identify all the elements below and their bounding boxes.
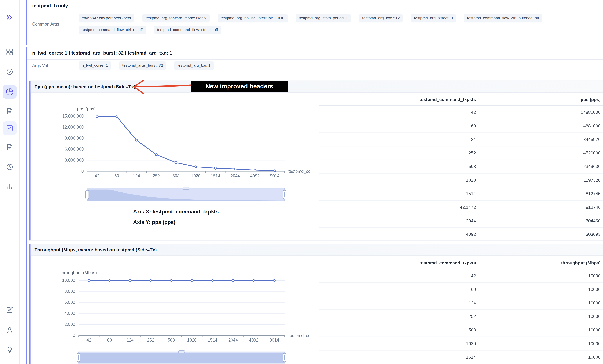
table-cell: 8445970 bbox=[480, 133, 603, 146]
table-row: 2524529000 bbox=[319, 146, 603, 160]
arg-chip: testpmd_arg_txq: 1 bbox=[174, 61, 214, 70]
table-cell: 42 bbox=[319, 106, 480, 119]
column-header: testpmd_command_txpkts bbox=[319, 94, 480, 105]
table-cell: 42 bbox=[319, 269, 480, 282]
args-val-chips: n_fwd_cores: 1testpmd_args_burst: 32test… bbox=[79, 61, 214, 70]
result-group-card: n_fwd_cores: 1 | testpmd_arg_burst: 32 |… bbox=[25, 47, 603, 364]
history-clock-icon[interactable] bbox=[3, 160, 17, 174]
arg-chip: n_fwd_cores: 1 bbox=[79, 61, 111, 70]
file-report-icon[interactable] bbox=[3, 104, 17, 118]
table-row: 25210000 bbox=[319, 310, 603, 323]
column-header: testpmd_command_txpkts bbox=[319, 257, 480, 269]
table-row: 2044604450 bbox=[319, 214, 603, 228]
table-cell: 10000 bbox=[480, 310, 603, 323]
bar-chart-icon[interactable] bbox=[3, 179, 17, 193]
table-header-row: testpmd_command_txpkts throughput (Mbps) bbox=[319, 257, 603, 269]
table-cell: 10000 bbox=[480, 323, 603, 337]
group-title[interactable]: n_fwd_cores: 1 | testpmd_arg_burst: 32 |… bbox=[32, 50, 172, 56]
table-cell: 252 bbox=[319, 146, 480, 160]
file-notes-icon[interactable] bbox=[3, 140, 17, 154]
throughput-table: testpmd_command_txpkts throughput (Mbps)… bbox=[319, 257, 603, 364]
arg-chip: testpmd_arg_txd: 512 bbox=[359, 14, 403, 23]
table-cell: 1514 bbox=[319, 187, 480, 200]
table-cell: 4529000 bbox=[480, 146, 603, 160]
throughput-chart-plot[interactable] bbox=[80, 281, 286, 336]
column-header: throughput (Mbps) bbox=[480, 257, 603, 269]
table-cell: 1197320 bbox=[480, 174, 603, 187]
table-cell: 60 bbox=[319, 119, 480, 133]
arg-chip: testpmd_command_flow_ctrl_rx: off bbox=[79, 25, 146, 34]
pps-table: testpmd_command_txpkts pps (pps) 4214881… bbox=[319, 94, 603, 240]
divider bbox=[27, 59, 603, 60]
arg-chip: testpmd_args_burst: 32 bbox=[119, 61, 166, 70]
table-cell: 4092 bbox=[319, 228, 480, 240]
table-cell: 508 bbox=[319, 323, 480, 337]
table-row: 1514812745 bbox=[319, 187, 603, 201]
pps-datazoom-slider[interactable] bbox=[88, 189, 286, 202]
table-row: 6010000 bbox=[319, 283, 603, 296]
table-row: 1248445970 bbox=[319, 133, 603, 146]
table-row: 4210000 bbox=[319, 269, 603, 283]
throughput-panel: Throughput (Mbps, mean): based on testpm… bbox=[29, 244, 603, 364]
app-window: testpmd_txonly Common Args env: VAR.env.… bbox=[0, 0, 603, 364]
arg-chip: testpmd_arg_stats_period: 1 bbox=[296, 14, 351, 23]
throughput-panel-header[interactable]: Throughput (Mbps, mean): based on testpm… bbox=[31, 244, 603, 256]
column-header: pps (pps) bbox=[480, 94, 603, 105]
pie-chart-icon[interactable] bbox=[3, 85, 17, 99]
table-cell: 14881000 bbox=[480, 106, 603, 119]
table-cell: 1020 bbox=[319, 174, 480, 187]
arg-chip: testpmd_command_flow_ctrl_autoneg: off bbox=[464, 14, 542, 23]
card-title[interactable]: testpmd_txonly bbox=[32, 3, 68, 9]
table-cell: 10000 bbox=[480, 269, 603, 282]
table-cell: 124 bbox=[319, 133, 480, 146]
table-cell: 1514 bbox=[319, 351, 480, 364]
table-cell: 812746 bbox=[480, 200, 603, 214]
axis-x-caption: Axis X: testpmd_command_txpkts bbox=[133, 209, 219, 215]
table-row: 10201197320 bbox=[319, 174, 603, 187]
args-val-row: Args Val n_fwd_cores: 1testpmd_args_burs… bbox=[32, 61, 597, 70]
pps-chart-plot[interactable] bbox=[88, 115, 286, 173]
table-row: 102010000 bbox=[319, 337, 603, 351]
pps-panel-header[interactable]: Pps (pps, mean): based on testpmd (Side=… bbox=[31, 81, 603, 93]
table-cell: 303693 bbox=[480, 228, 603, 240]
common-args-card: testpmd_txonly Common Args env: VAR.env.… bbox=[25, 0, 603, 45]
table-row: 5082349630 bbox=[319, 160, 603, 174]
table-cell: 60 bbox=[319, 283, 480, 296]
table-cell: 42,1472 bbox=[319, 200, 480, 214]
table-body: 4210000601000012410000252100005081000010… bbox=[319, 269, 603, 364]
table-row: 50810000 bbox=[319, 323, 603, 337]
axis-y-caption: Axis Y: pps (pps) bbox=[133, 219, 175, 225]
trend-chart-icon[interactable] bbox=[3, 121, 17, 135]
table-body: 4214881000601488100012484459702524529000… bbox=[319, 106, 603, 240]
table-row: 6014881000 bbox=[319, 119, 603, 133]
table-cell: 812745 bbox=[480, 187, 603, 200]
args-val-label: Args Val bbox=[32, 63, 79, 68]
table-row: 4092303693 bbox=[319, 228, 603, 240]
expand-sidebar-icon[interactable] bbox=[3, 11, 17, 24]
table-cell: 508 bbox=[319, 160, 480, 173]
dashboard-grid-icon[interactable] bbox=[3, 45, 17, 59]
table-cell: 252 bbox=[319, 310, 480, 323]
arg-chip: testpmd_arg_forward_mode: txonly bbox=[142, 14, 209, 23]
arg-chip: env: VAR.env.perf.peer2peer bbox=[79, 14, 134, 23]
table-row: 151410000 bbox=[319, 351, 603, 364]
table-cell: 2044 bbox=[319, 214, 480, 227]
common-args-chips: env: VAR.env.perf.peer2peertestpmd_arg_f… bbox=[79, 14, 594, 34]
table-row: 4214881000 bbox=[319, 106, 603, 119]
common-args-row: Common Args env: VAR.env.perf.peer2peert… bbox=[32, 14, 597, 34]
table-cell: 604450 bbox=[480, 214, 603, 227]
common-args-label: Common Args bbox=[32, 22, 79, 26]
table-row: 12410000 bbox=[319, 296, 603, 310]
table-cell: 10000 bbox=[480, 337, 603, 350]
table-cell: 10000 bbox=[480, 296, 603, 309]
user-profile-icon[interactable] bbox=[3, 323, 17, 337]
play-circle-icon[interactable] bbox=[3, 65, 17, 79]
lightbulb-icon[interactable] bbox=[3, 343, 17, 357]
table-cell: 124 bbox=[319, 296, 480, 309]
table-row: 42,1472812746 bbox=[319, 200, 603, 214]
table-header-row: testpmd_command_txpkts pps (pps) bbox=[319, 94, 603, 106]
arg-chip: testpmd_command_flow_ctrl_tx: off bbox=[154, 25, 221, 34]
edit-pencil-icon[interactable] bbox=[3, 303, 17, 317]
throughput-datazoom-slider[interactable] bbox=[80, 352, 286, 364]
table-cell: 10000 bbox=[480, 283, 603, 296]
